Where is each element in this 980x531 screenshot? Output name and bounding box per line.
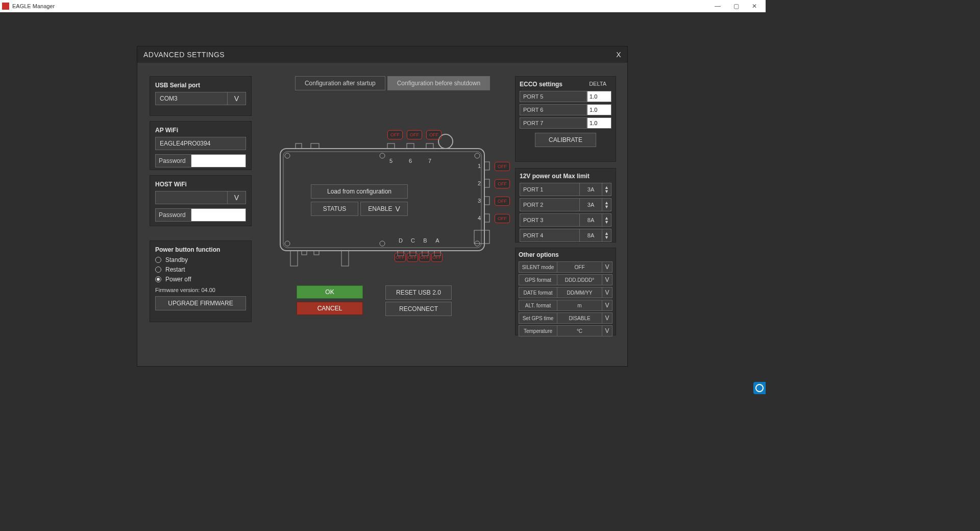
chevron-down-icon[interactable]: V (602, 312, 612, 324)
port5-off-badge[interactable]: OFF (387, 130, 403, 139)
spinner-icon[interactable]: ▲▼ (602, 229, 611, 242)
dialog-titlebar: ADVANCED SETTINGS X (137, 46, 627, 63)
ecco-port5-value[interactable]: 1.0 (587, 91, 611, 102)
svg-point-2 (285, 153, 290, 158)
ecco-port6-value[interactable]: 1.0 (587, 104, 611, 115)
alt-format-row[interactable]: ALT. formatmV (519, 300, 612, 311)
app-title: EAGLE Manager (12, 3, 55, 9)
ap-wifi-panel: AP WiFi EAGLE4PRO0394 Password (150, 121, 252, 170)
ap-wifi-ssid[interactable]: EAGLE4PRO0394 (155, 137, 246, 150)
gps-time-row[interactable]: Set GPS timeDISABLEV (519, 312, 612, 324)
power-option-standby[interactable]: Standby (155, 256, 246, 263)
usb-serial-panel: USB Serial port COM3 V (150, 76, 252, 116)
chevron-down-icon[interactable]: V (602, 261, 612, 273)
host-wifi-panel: HOST WiFi V Password (150, 175, 252, 226)
svg-point-3 (475, 153, 480, 158)
minimize-button[interactable]: — (708, 0, 727, 12)
chevron-down-icon[interactable]: V (602, 274, 612, 285)
tab-config-shutdown[interactable]: Configuration before shutdown (387, 76, 490, 90)
close-window-button[interactable]: ✕ (745, 0, 764, 12)
teamviewer-badge-icon[interactable] (753, 382, 766, 394)
ap-wifi-password-label: Password (155, 154, 191, 167)
port3-off-badge[interactable]: OFF (495, 197, 510, 206)
portA-off-badge[interactable]: OFF (431, 253, 443, 262)
portD-off-badge[interactable]: OFF (395, 253, 406, 262)
svg-point-4 (285, 241, 290, 246)
port1-off-badge[interactable]: OFF (495, 162, 510, 171)
load-config-button[interactable]: Load from configuration (311, 184, 408, 199)
power-out-panel: 12V power out Max limit PORT 13A▲▼ PORT … (515, 168, 616, 243)
power-option-restart[interactable]: Restart (155, 266, 246, 273)
spinner-icon[interactable]: ▲▼ (602, 213, 611, 227)
ecco-port5-row: PORT 51.0 (520, 91, 611, 102)
maximize-button[interactable]: ▢ (727, 0, 745, 12)
chevron-down-icon[interactable]: V (602, 300, 612, 311)
port7-off-badge[interactable]: OFF (426, 130, 442, 139)
chevron-down-icon[interactable]: V (602, 287, 612, 298)
svg-text:B: B (423, 237, 427, 244)
port4-off-badge[interactable]: OFF (495, 214, 510, 223)
spinner-icon[interactable]: ▲▼ (602, 198, 611, 211)
date-format-row[interactable]: DATE formatDD/MM/YYV (519, 287, 612, 298)
powerout-port1[interactable]: PORT 13A▲▼ (520, 183, 611, 196)
calibrate-button[interactable]: CALIBRATE (535, 133, 596, 147)
svg-point-7 (380, 241, 385, 246)
svg-text:3: 3 (478, 198, 481, 204)
power-button-panel: Power button function Standby Restart Po… (150, 240, 252, 322)
powerout-port4[interactable]: PORT 48A▲▼ (520, 229, 611, 242)
ecco-port7-row: PORT 71.0 (520, 117, 611, 129)
ecco-port7-value[interactable]: 1.0 (587, 117, 611, 129)
other-options-panel: Other options SILENT modeOFFV GPS format… (515, 248, 616, 335)
cancel-button[interactable]: CANCEL (297, 302, 363, 315)
chevron-down-icon[interactable]: V (228, 191, 246, 204)
upgrade-firmware-button[interactable]: UPGRADE FIRMWARE (155, 296, 246, 310)
svg-rect-36 (302, 251, 307, 255)
svg-rect-17 (484, 179, 489, 187)
reconnect-button[interactable]: RECONNECT (385, 302, 452, 316)
status-button[interactable]: STATUS (311, 202, 358, 216)
powerout-port3[interactable]: PORT 38A▲▼ (520, 213, 611, 227)
svg-text:7: 7 (428, 158, 431, 164)
enable-dropdown[interactable]: ENABLEV (360, 202, 408, 216)
gps-format-row[interactable]: GPS formatDDD.DDDD°V (519, 274, 612, 285)
ap-wifi-password-input[interactable] (191, 154, 246, 167)
temperature-row[interactable]: Temperature°CV (519, 325, 612, 336)
other-options-label: Other options (519, 251, 612, 258)
tab-config-startup[interactable]: Configuration after startup (295, 76, 385, 90)
powerout-port2[interactable]: PORT 23A▲▼ (520, 198, 611, 211)
host-wifi-label: HOST WiFi (155, 181, 246, 188)
center-buttons: Load from configuration STATUS ENABLEV (311, 184, 408, 216)
usb-serial-combo[interactable]: COM3 V (155, 92, 246, 105)
power-option-poweroff[interactable]: Power off (155, 276, 246, 283)
svg-rect-31 (290, 251, 298, 266)
svg-rect-37 (314, 251, 319, 255)
svg-rect-15 (484, 162, 489, 170)
portB-off-badge[interactable]: OFF (419, 253, 430, 262)
chevron-down-icon[interactable]: V (228, 92, 246, 105)
power-button-label: Power button function (155, 246, 246, 253)
svg-rect-8 (387, 143, 395, 149)
svg-rect-19 (484, 197, 489, 205)
advanced-settings-dialog: ADVANCED SETTINGS X USB Serial port COM3… (137, 46, 628, 367)
svg-text:5: 5 (389, 158, 393, 164)
port2-off-badge[interactable]: OFF (495, 179, 510, 188)
spinner-icon[interactable]: ▲▼ (602, 183, 611, 196)
ecco-port6-row: PORT 61.0 (520, 104, 611, 115)
chevron-down-icon[interactable]: V (602, 325, 612, 336)
svg-text:6: 6 (409, 158, 412, 164)
app-icon (2, 3, 9, 10)
port6-off-badge[interactable]: OFF (407, 130, 422, 139)
host-wifi-combo[interactable]: V (155, 191, 246, 204)
reset-usb-button[interactable]: RESET USB 2.0 (385, 285, 452, 300)
silent-mode-row[interactable]: SILENT modeOFFV (519, 261, 612, 273)
ok-button[interactable]: OK (297, 285, 363, 299)
usb-serial-value: COM3 (155, 92, 228, 105)
svg-rect-21 (484, 214, 489, 222)
dialog-close-button[interactable]: X (616, 51, 621, 59)
host-wifi-ssid (155, 191, 228, 204)
svg-rect-33 (474, 230, 489, 244)
portC-off-badge[interactable]: OFF (407, 253, 418, 262)
host-wifi-password-input[interactable] (191, 208, 246, 222)
titlebar: EAGLE Manager — ▢ ✕ (0, 0, 766, 12)
power-out-label: 12V power out Max limit (520, 173, 611, 180)
